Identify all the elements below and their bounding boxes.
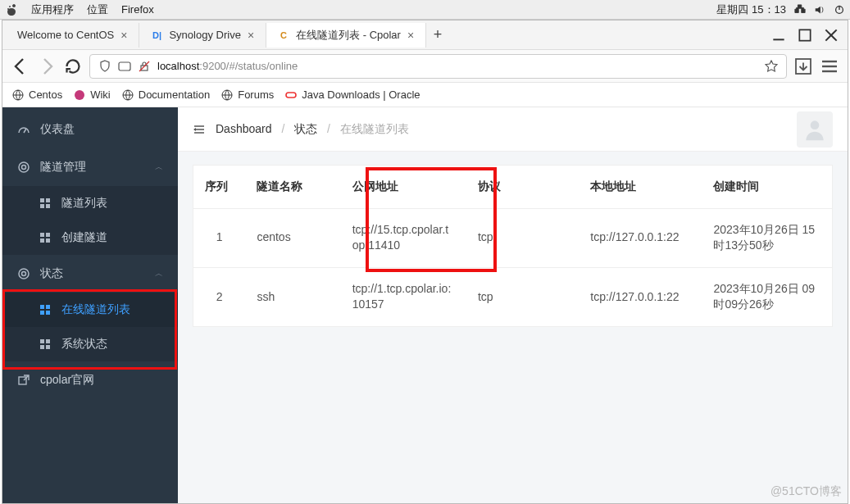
globe-icon bbox=[122, 89, 134, 101]
col-proto: 协议 bbox=[466, 166, 579, 208]
menu-firefox[interactable]: Firefox bbox=[121, 3, 154, 16]
chevron-up-icon: ︿ bbox=[155, 268, 163, 279]
svg-rect-36 bbox=[46, 339, 50, 343]
svg-rect-37 bbox=[40, 345, 44, 349]
bookmark-java[interactable]: Java Downloads | Oracle bbox=[285, 89, 420, 101]
sidebar-label: 状态 bbox=[40, 266, 63, 281]
ring-icon bbox=[17, 161, 30, 174]
globe-icon bbox=[12, 89, 24, 101]
svg-point-14 bbox=[75, 90, 84, 100]
url-bar[interactable]: localhost:9200/#/status/online bbox=[89, 54, 787, 79]
back-button[interactable] bbox=[11, 57, 30, 76]
cell-name: ssh bbox=[245, 267, 340, 326]
sidebar-label: 创建隧道 bbox=[61, 230, 107, 245]
sidebar-label: cpolar官网 bbox=[40, 373, 94, 388]
sidebar-official[interactable]: cpolar官网 bbox=[2, 361, 178, 399]
bookmark-forums[interactable]: Forums bbox=[221, 89, 274, 101]
sidebar-tunnel-list[interactable]: 隧道列表 bbox=[2, 186, 178, 220]
topbar: Dashboard / 状态 / 在线隧道列表 bbox=[178, 107, 848, 152]
shield-icon[interactable] bbox=[98, 60, 111, 73]
close-window-button[interactable] bbox=[825, 29, 838, 42]
tab-cpolar[interactable]: C 在线隧道列表 - Cpolar × bbox=[266, 23, 426, 48]
chevron-up-icon: ︿ bbox=[155, 161, 163, 173]
menu-toggle-icon[interactable] bbox=[193, 123, 206, 136]
sidebar-dashboard[interactable]: 仪表盘 bbox=[2, 111, 178, 148]
menu-apps[interactable]: 应用程序 bbox=[31, 2, 74, 17]
svg-point-30 bbox=[22, 272, 26, 276]
sidebar-label: 仪表盘 bbox=[40, 122, 75, 137]
svg-rect-33 bbox=[40, 311, 44, 315]
svg-rect-27 bbox=[40, 238, 44, 243]
svg-rect-23 bbox=[40, 204, 44, 208]
svg-point-20 bbox=[22, 166, 26, 170]
sidebar-tunnel-mgmt[interactable]: 隧道管理 ︿ bbox=[2, 148, 178, 186]
close-icon[interactable]: × bbox=[120, 29, 127, 42]
bookmarks-bar: Centos Wiki Documentation Forums Java Do… bbox=[2, 83, 848, 107]
sidebar-label: 隧道管理 bbox=[40, 160, 86, 175]
cell-pub: tcp://1.tcp.cpolar.io:10157 bbox=[341, 267, 466, 326]
svg-rect-35 bbox=[40, 339, 44, 343]
maximize-button[interactable] bbox=[798, 29, 811, 42]
oracle-icon bbox=[285, 89, 297, 101]
main-content: Dashboard / 状态 / 在线隧道列表 序列 隧道名称 bbox=[178, 107, 848, 503]
crumb-root[interactable]: Dashboard bbox=[216, 122, 272, 135]
tab-synology[interactable]: D| Synology Drive × bbox=[139, 23, 266, 48]
grid-icon bbox=[39, 231, 52, 244]
downloads-button[interactable] bbox=[793, 57, 813, 76]
sidebar-sys-status[interactable]: 系统状态 bbox=[2, 327, 178, 361]
cpolar-app: 仪表盘 隧道管理 ︿ 隧道列表 创建隧道 状态 ︿ 在线隧 bbox=[2, 107, 848, 503]
ring-icon bbox=[17, 267, 30, 280]
svg-point-43 bbox=[811, 120, 820, 129]
forward-button[interactable] bbox=[37, 57, 57, 76]
svg-rect-6 bbox=[119, 62, 130, 70]
grid-icon bbox=[39, 197, 52, 210]
svg-rect-38 bbox=[46, 345, 50, 349]
network-icon[interactable] bbox=[794, 4, 806, 16]
lock-strikethrough-icon[interactable] bbox=[138, 60, 151, 73]
desktop-menubar: 应用程序 位置 Firefox 星期四 15：13 bbox=[0, 0, 850, 20]
col-local: 本地地址 bbox=[579, 166, 702, 208]
bookmark-centos[interactable]: Centos bbox=[12, 89, 62, 101]
svg-rect-22 bbox=[46, 198, 50, 202]
url-toolbar: localhost:9200/#/status/online bbox=[2, 50, 848, 83]
close-icon[interactable]: × bbox=[407, 29, 414, 42]
menubar-clock[interactable]: 星期四 15：13 bbox=[716, 2, 786, 17]
col-idx: 序列 bbox=[193, 166, 245, 208]
svg-point-29 bbox=[19, 269, 29, 279]
bookmark-wiki[interactable]: Wiki bbox=[74, 89, 111, 101]
svg-rect-17 bbox=[286, 93, 296, 98]
close-icon[interactable]: × bbox=[248, 29, 254, 42]
tab-centos[interactable]: Welcome to CentOS × bbox=[6, 23, 139, 48]
app-menu-button[interactable] bbox=[820, 57, 839, 76]
cell-local: tcp://127.0.0.1:22 bbox=[579, 208, 702, 267]
sidebar-label: 隧道列表 bbox=[61, 196, 107, 211]
power-icon[interactable] bbox=[834, 4, 845, 16]
svg-rect-21 bbox=[40, 198, 44, 202]
menu-places[interactable]: 位置 bbox=[87, 2, 108, 17]
svg-rect-31 bbox=[40, 305, 44, 309]
reload-button[interactable] bbox=[63, 57, 83, 76]
site-info-icon[interactable] bbox=[118, 60, 131, 73]
bookmark-docs[interactable]: Documentation bbox=[122, 89, 210, 101]
new-tab-button[interactable]: + bbox=[426, 24, 449, 47]
tunnel-table: 序列 隧道名称 公网地址 协议 本地地址 创建时间 1 centos tcp:/ bbox=[193, 165, 833, 327]
cell-proto: tcp bbox=[466, 208, 579, 267]
sidebar-status[interactable]: 状态 ︿ bbox=[2, 255, 178, 293]
volume-icon[interactable] bbox=[814, 4, 825, 16]
breadcrumb: Dashboard / 状态 / 在线隧道列表 bbox=[216, 122, 409, 137]
table-header-row: 序列 隧道名称 公网地址 协议 本地地址 创建时间 bbox=[193, 166, 832, 208]
tabstrip: Welcome to CentOS × D| Synology Drive × … bbox=[2, 20, 848, 50]
svg-point-19 bbox=[19, 162, 29, 172]
browser-window: Welcome to CentOS × D| Synology Drive × … bbox=[2, 20, 848, 504]
sidebar-online-list[interactable]: 在线隧道列表 bbox=[2, 293, 178, 327]
crumb-mid[interactable]: 状态 bbox=[294, 122, 317, 135]
avatar[interactable] bbox=[797, 111, 833, 148]
watermark: @51CTO博客 bbox=[770, 484, 842, 499]
cpolar-favicon: C bbox=[278, 30, 289, 41]
minimize-button[interactable] bbox=[772, 29, 785, 42]
tab-title: 在线隧道列表 - Cpolar bbox=[296, 28, 401, 43]
bookmark-star-icon[interactable] bbox=[765, 60, 778, 73]
crumb-sep: / bbox=[281, 122, 284, 135]
sidebar-tunnel-create[interactable]: 创建隧道 bbox=[2, 220, 178, 255]
cell-time: 2023年10月26日 09时09分26秒 bbox=[702, 267, 832, 326]
